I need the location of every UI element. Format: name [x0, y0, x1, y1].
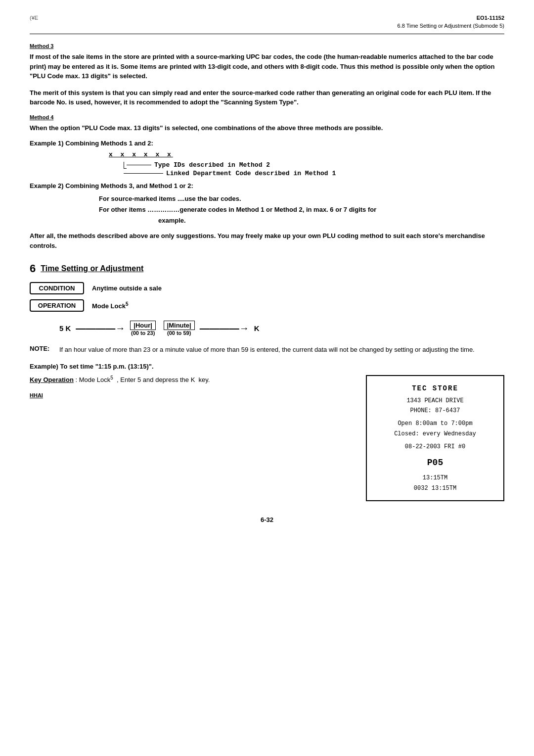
note-text: If an hour value of more than 23 or a mi… [59, 345, 475, 355]
left-content: Key Operation : Mode Lock5 , Enter 5 and… [30, 375, 366, 400]
flow-arrow2: ————→ [200, 323, 249, 334]
example2-label: Example 2) Combining Methods 3, and Meth… [30, 182, 504, 189]
receipt-closed: Closed: every Wednesday [377, 429, 493, 439]
example2-line2: For other items ……………generate codes in M… [99, 204, 504, 215]
method3-label: Method 3 [30, 43, 504, 49]
flow-minute-col: |Minute| (00 to 59) [164, 321, 195, 336]
key-operation-row: Key Operation : Mode Lock5 , Enter 5 and… [30, 375, 356, 383]
bracket1-label: Type IDs described in Method 2 [154, 161, 270, 169]
operation-row: OPERATION Mode Lock5 [30, 299, 504, 312]
display-area: HHAI [30, 391, 356, 400]
receipt-phone: PHONE: 87-6437 [377, 406, 493, 416]
flow-hour-sub: (00 to 23) [131, 330, 155, 336]
display-label: HHAI [30, 392, 43, 398]
note-row: NOTE: If an hour value of more than 23 o… [30, 345, 504, 355]
header-left: (¥E [30, 15, 38, 21]
key-operation-label: Key Operation [30, 376, 74, 383]
flow-arrow1: ————→ [76, 323, 125, 334]
example-to-set: Example) To set time "1:15 p.m. (13:15)"… [30, 363, 504, 370]
flow-start: 5 K [59, 324, 71, 332]
condition-box: CONDITION [30, 282, 84, 294]
receipt-mode: P05 [377, 455, 493, 471]
flow-minute-label: |Minute| [164, 321, 195, 330]
page-number: 6-32 [30, 516, 504, 523]
flow-diagram: 5 K ————→ |Hour| (00 to 23) |Minute| (00… [59, 321, 504, 336]
condition-text: Anytime outside a sale [92, 284, 162, 292]
example2-line3: example. [158, 215, 504, 226]
operation-box: OPERATION [30, 299, 84, 312]
receipt-time2: 0032 13:15TM [377, 483, 493, 493]
example2-line1: For source-marked items ....use the bar … [99, 193, 504, 204]
flow-space [159, 325, 161, 332]
flow-hour-col: |Hour| (00 to 23) [130, 321, 156, 336]
method3-body2: The merit of this system is that you can… [30, 88, 504, 107]
receipt-address: 1343 PEACH DRIVE [377, 396, 493, 406]
section-title-area: 6 Time Setting or Adjustment [30, 262, 504, 275]
key-operation-text: : Mode Lock5 , Enter 5 and depress the K… [75, 376, 210, 383]
flow-minute-sub: (00 to 59) [167, 330, 191, 336]
receipt-open: Open 8:00am to 7:00pm [377, 419, 493, 428]
method4-label: Method 4 [30, 114, 504, 120]
conclusion-body: After all, the methods described above a… [30, 231, 504, 250]
receipt-date: 08-22-2003 FRI #0 [377, 442, 493, 452]
page-header: (¥E EO1-11152 [30, 15, 504, 21]
note-label: NOTE: [30, 345, 54, 352]
condition-row: CONDITION Anytime outside a sale [30, 282, 504, 294]
header-right: EO1-11152 [477, 15, 504, 21]
receipt-time1: 13:15TM [377, 473, 493, 483]
code-line: x x x x x x [109, 151, 504, 158]
receipt-sample: TEC STORE 1343 PEACH DRIVE PHONE: 87-643… [366, 375, 504, 501]
bracket2-label: Linked Department Code described in Meth… [166, 170, 336, 177]
code-diagram: x x x x x x Type IDs described in Method… [109, 151, 504, 177]
bottom-section: Key Operation : Mode Lock5 , Enter 5 and… [30, 375, 504, 501]
operation-text: Mode Lock5 [92, 301, 128, 310]
section-num: 6 [30, 262, 36, 275]
section-title: Time Setting or Adjustment [41, 264, 143, 273]
section-subtitle: 6.8 Time Setting or Adjustment (Submode … [30, 23, 504, 29]
flow-end: K [254, 324, 260, 332]
example2-body: For source-marked items ....use the bar … [99, 193, 504, 226]
method4-body: When the option "PLU Code max. 13 digits… [30, 123, 504, 133]
flow-hour-label: |Hour| [130, 321, 156, 330]
header-divider [30, 34, 504, 34]
method3-body1: If most of the sale items in the store a… [30, 52, 504, 81]
example1-label: Example 1) Combining Methods 1 and 2: [30, 140, 504, 147]
receipt-title: TEC STORE [377, 383, 493, 395]
